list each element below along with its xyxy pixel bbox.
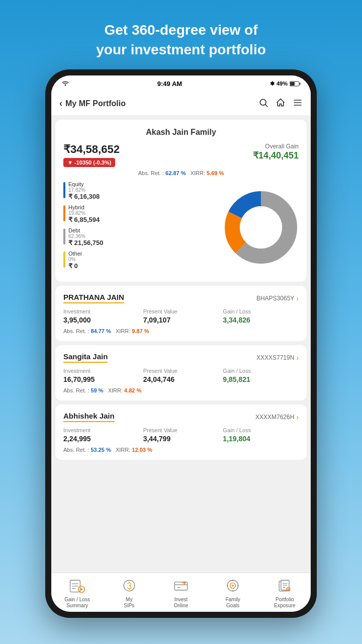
member-stats-0: Investment 3,95,000 Present Value 7,09,1… xyxy=(63,308,299,324)
legend-other: Other 0% ₹ 0 xyxy=(63,251,217,270)
member-name-2: Abhishek Jain xyxy=(63,412,115,422)
page-header: Get 360-degree view of your investment p… xyxy=(96,20,266,59)
stat-present-value-1: Present Value 24,04,746 xyxy=(143,368,219,383)
header-line1: Get 360-degree view of xyxy=(104,22,257,38)
stat-gain-loss-2: Gain / Loss 1,19,804 xyxy=(223,427,299,443)
page-title: My MF Portfolio xyxy=(65,99,126,108)
my-sips-icon xyxy=(120,577,138,595)
stat-investment-1: Investment 16,70,995 xyxy=(63,368,139,383)
stat-present-value-2: Present Value 3,44,799 xyxy=(143,427,219,443)
member-pan-1[interactable]: XXXXS7719N › xyxy=(256,354,299,362)
member-name-0: PRATHANA JAIN xyxy=(63,293,124,303)
phone-screen: 9:49 AM ✱ 49% ‹ My MF Portfolio xyxy=(51,75,311,612)
portfolio-abs-ret: 62.87 % xyxy=(165,170,186,176)
portfolio-summary-card: Akash Jain Family ₹34,58,652 ▼ -10350 (-… xyxy=(55,120,307,282)
member-chevron-1[interactable]: › xyxy=(296,354,299,362)
debt-dot xyxy=(63,228,65,245)
member-name-1: Sangita Jain xyxy=(63,352,108,363)
svg-rect-1 xyxy=(300,83,301,85)
svg-point-11 xyxy=(240,206,282,249)
svg-rect-2 xyxy=(290,82,295,86)
total-value: ₹34,58,652 xyxy=(63,143,120,156)
legend-equity: Equity 17.82% ₹ 6,16,308 xyxy=(63,181,217,200)
equity-info: Equity 17.82% ₹ 6,16,308 xyxy=(68,181,100,200)
portfolio-exposure-icon xyxy=(276,577,294,595)
menu-icon[interactable] xyxy=(293,98,303,110)
nav-my-sips[interactable]: MySIPs xyxy=(107,577,152,609)
top-nav: ‹ My MF Portfolio xyxy=(51,92,311,116)
bottom-nav: Gain / LossSummary MySIPs xyxy=(51,573,311,612)
battery-level: 49% xyxy=(277,80,288,87)
family-name: Akash Jain Family xyxy=(63,128,299,137)
stat-gain-loss-0: Gain / Loss 3,34,826 xyxy=(223,308,299,324)
nav-portfolio-exposure[interactable]: PortfolioExposure xyxy=(262,577,307,609)
back-button[interactable]: ‹ xyxy=(59,98,62,109)
stat-present-value-0: Present Value 7,09,107 xyxy=(143,308,219,324)
portfolio-abs-xirr: Abs. Ret. : 62.87 % XIRR: 5.69 % xyxy=(63,170,299,176)
nav-left[interactable]: ‹ My MF Portfolio xyxy=(59,98,126,109)
wifi-icon xyxy=(61,80,69,87)
other-info: Other 0% ₹ 0 xyxy=(68,251,82,270)
status-time: 9:49 AM xyxy=(157,80,182,88)
overall-gain-value: ₹14,40,451 xyxy=(253,150,299,161)
invest-online-label: InvestOnline xyxy=(174,597,189,609)
member-pan-2[interactable]: XXXXM7626H › xyxy=(255,413,299,421)
member-chevron-2[interactable]: › xyxy=(296,413,299,421)
nav-gain-loss[interactable]: Gain / LossSummary xyxy=(55,577,100,609)
phone-frame: 9:49 AM ✱ 49% ‹ My MF Portfolio xyxy=(45,69,317,618)
chart-section: Equity 17.82% ₹ 6,16,308 Hybrid 19.82% ₹… xyxy=(63,181,299,274)
status-right: ✱ 49% xyxy=(270,80,301,87)
member-stats-2: Investment 2,24,995 Present Value 3,44,7… xyxy=(63,427,299,443)
member-header-2: Abhishek Jain XXXXM7626H › xyxy=(63,412,299,422)
main-content: Akash Jain Family ₹34,58,652 ▼ -10350 (-… xyxy=(51,116,311,573)
chart-legend: Equity 17.82% ₹ 6,16,308 Hybrid 19.82% ₹… xyxy=(63,181,217,274)
portfolio-left: ₹34,58,652 ▼ -10350 (-0.3%) xyxy=(63,143,120,167)
debt-info: Debt 62.36% ₹ 21,56,750 xyxy=(68,227,103,247)
member-card-2: Abhishek Jain XXXXM7626H › Investment 2,… xyxy=(55,405,307,460)
my-sips-label: MySIPs xyxy=(124,597,134,609)
gain-loss-label: Gain / LossSummary xyxy=(64,597,90,609)
search-icon[interactable] xyxy=(258,98,268,110)
member-abs-xirr-1: Abs. Ret. : 59 % XIRR: 4.82 % xyxy=(63,387,299,393)
member-abs-xirr-0: Abs. Ret. : 84.77 % XIRR: 9.87 % xyxy=(63,328,299,334)
member-pan-0[interactable]: BHAPS3065Y › xyxy=(256,294,299,302)
stat-investment-0: Investment 3,95,000 xyxy=(63,308,139,324)
battery-icon xyxy=(290,81,301,87)
member-stats-1: Investment 16,70,995 Present Value 24,04… xyxy=(63,368,299,383)
member-card-1: Sangita Jain XXXXS7719N › Investment 16,… xyxy=(55,345,307,400)
gain-loss-icon xyxy=(68,577,86,595)
nav-invest-online[interactable]: InvestOnline xyxy=(158,577,204,609)
home-icon[interactable] xyxy=(276,98,286,110)
legend-debt: Debt 62.36% ₹ 21,56,750 xyxy=(63,227,217,247)
family-goals-icon xyxy=(224,577,242,595)
other-dot xyxy=(63,252,65,268)
status-bar: 9:49 AM ✱ 49% xyxy=(51,75,311,92)
family-goals-label: FamilyGoals xyxy=(225,597,240,609)
svg-point-3 xyxy=(260,99,266,105)
hybrid-info: Hybrid 19.82% ₹ 6,85,594 xyxy=(68,204,100,223)
overall-gain-label: Overall Gain xyxy=(253,143,299,150)
member-chevron-0[interactable]: › xyxy=(296,294,299,302)
header-line2: your investment portfolio xyxy=(96,42,266,57)
portfolio-exposure-label: PortfolioExposure xyxy=(274,597,295,609)
donut-chart xyxy=(223,190,299,265)
invest-online-icon xyxy=(172,577,190,595)
portfolio-change: ▼ -10350 (-0.3%) xyxy=(63,158,115,167)
legend-hybrid: Hybrid 19.82% ₹ 6,85,594 xyxy=(63,204,217,223)
svg-line-4 xyxy=(265,105,268,107)
portfolio-xirr: 5.69 % xyxy=(207,170,224,176)
member-abs-xirr-2: Abs. Ret. : 53.25 % XIRR: 12.03 % xyxy=(63,447,299,453)
hybrid-dot xyxy=(63,205,65,221)
bluetooth-icon: ✱ xyxy=(270,80,275,87)
stat-gain-loss-1: Gain / Loss 9,85,821 xyxy=(223,368,299,383)
svg-point-28 xyxy=(232,585,234,587)
nav-family-goals[interactable]: FamilyGoals xyxy=(210,577,255,609)
equity-dot xyxy=(63,182,65,198)
nav-right xyxy=(258,98,303,110)
member-header-1: Sangita Jain XXXXS7719N › xyxy=(63,352,299,363)
portfolio-right: Overall Gain ₹14,40,451 xyxy=(253,143,299,161)
member-header-0: PRATHANA JAIN BHAPS3065Y › xyxy=(63,293,299,303)
portfolio-main: ₹34,58,652 ▼ -10350 (-0.3%) Overall Gain… xyxy=(63,143,299,167)
member-card-0: PRATHANA JAIN BHAPS3065Y › Investment 3,… xyxy=(55,286,307,341)
stat-investment-2: Investment 2,24,995 xyxy=(63,427,139,443)
